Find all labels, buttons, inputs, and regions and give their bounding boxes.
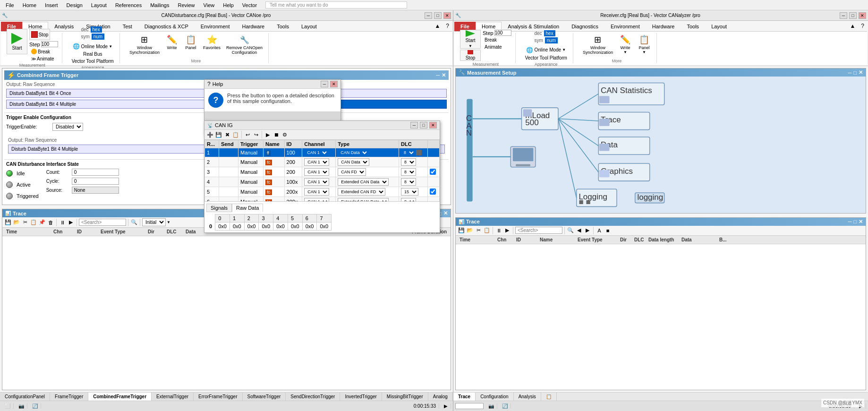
table-row[interactable]: 4Manual f0 100x CAN 1 Extended CAN Data …	[205, 177, 440, 187]
trace-scissors-icon[interactable]: ✂	[21, 219, 29, 226]
disturb-multiple-btn[interactable]: Disturb DataByte1 Bit 4 Multiple	[6, 100, 225, 109]
right-maximize-btn[interactable]: □	[849, 12, 857, 19]
right-vector-tool-btn[interactable]: Vector Tool Platform	[523, 55, 569, 61]
menu-home[interactable]: Home	[19, 1, 40, 9]
status-arrow[interactable]: ▶	[441, 403, 451, 409]
dlc-select-3[interactable]: 8	[401, 168, 416, 176]
right-help-btn[interactable]: ?	[858, 22, 867, 31]
right-break-btn[interactable]: Break	[483, 37, 511, 43]
right-trace-open-icon[interactable]: 📂	[466, 227, 474, 234]
menu-vector[interactable]: Vector	[238, 1, 261, 9]
trace-play-icon[interactable]: ▶	[67, 219, 75, 226]
cft-close-btn[interactable]: ✕	[442, 72, 446, 78]
tab-hardware-left[interactable]: Hardware	[236, 22, 271, 31]
right-tab-tools[interactable]: Tools	[681, 22, 705, 31]
ms-close[interactable]: ✕	[859, 69, 863, 76]
dlc-select-4[interactable]: 8	[401, 178, 416, 186]
right-trace-scissors-icon[interactable]: ✂	[475, 227, 482, 234]
right-trace-play-icon[interactable]: ▶	[503, 227, 511, 234]
right-write-btn[interactable]: ✏️ Write ▼	[617, 33, 634, 56]
row3-check[interactable]	[430, 169, 436, 175]
right-trace-search-input[interactable]	[515, 227, 562, 234]
raw-val-1[interactable]: 0x0	[230, 223, 244, 231]
ms-maximize[interactable]: □	[853, 70, 857, 76]
type-select-4[interactable]: Extended CAN Data	[338, 178, 389, 186]
step-input[interactable]	[41, 41, 58, 47]
tab-missing-bit[interactable]: MissingBitTrigger	[382, 393, 428, 401]
right-close-btn[interactable]: ✕	[859, 12, 866, 19]
right-btab-analysis[interactable]: Analysis	[514, 393, 541, 401]
right-animate-btn[interactable]: Animate	[483, 44, 511, 50]
tab-diagnostics-left[interactable]: Diagnostics & XCP	[138, 22, 195, 31]
stop-button[interactable]: Stop	[29, 29, 50, 40]
tab-combined-frame-trigger[interactable]: CombinedFrameTrigger	[88, 393, 152, 401]
menu-view[interactable]: View	[200, 1, 219, 9]
type-select-5[interactable]: Extended CAN FD	[338, 188, 385, 196]
can-ig-undo-icon[interactable]: ↩	[244, 131, 251, 138]
dlc-select-1[interactable]: 8	[401, 149, 415, 156]
status-icon-2[interactable]: 📷	[16, 403, 27, 409]
write-btn[interactable]: ✏️ Write	[163, 33, 180, 56]
right-trace-save-icon[interactable]: 💾	[458, 227, 465, 234]
trace-filter-icon[interactable]: 🔍	[130, 219, 138, 226]
right-trace-pause-icon[interactable]: ⏸	[495, 227, 502, 234]
right-num-btn[interactable]: num	[545, 37, 558, 43]
animate-btn[interactable]: ≫ Animate	[29, 56, 58, 62]
type-select-2[interactable]: CAN Data	[338, 158, 369, 166]
tab-config-panel[interactable]: ConfigurationPanel	[0, 393, 50, 401]
help-ribbon-btn[interactable]: ?	[443, 22, 452, 31]
trace-copy-icon[interactable]: 📋	[30, 219, 37, 226]
table-row[interactable]: 2Manual f0 200 CAN 1 CAN Data 8	[205, 157, 440, 167]
raw-val-3[interactable]: 0x0	[259, 223, 273, 231]
right-tab-hardware[interactable]: Hardware	[646, 22, 681, 31]
right-tab-layout[interactable]: Layout	[705, 22, 733, 31]
can-ig-play-icon[interactable]: ▶	[264, 131, 272, 138]
online-mode-btn[interactable]: 🌐 Online Mode ▼	[71, 43, 114, 50]
right-step-input[interactable]	[494, 30, 511, 36]
tab-environment-left[interactable]: Environment	[195, 22, 236, 31]
source-input[interactable]	[72, 187, 119, 194]
start-button[interactable]: Start	[7, 29, 27, 54]
right-trace-B-icon[interactable]: ■	[604, 227, 612, 234]
right-btab-config[interactable]: Configuration	[476, 393, 513, 401]
help-popup-close[interactable]: ✕	[330, 81, 338, 87]
trace-save-icon[interactable]: 💾	[4, 219, 12, 226]
menu-layout[interactable]: Layout	[87, 1, 111, 9]
tab-send-direction[interactable]: SendDirectionTrigger	[286, 393, 340, 401]
trace-close[interactable]: ✕	[443, 210, 448, 216]
right-window-sync-btn[interactable]: ⊞ WindowSynchronization	[581, 33, 615, 56]
right-status-input[interactable]	[455, 403, 484, 409]
filter-dropdown-icon[interactable]: ▼	[167, 220, 170, 224]
menu-help[interactable]: Help	[219, 1, 238, 9]
trace-open-icon[interactable]: 📂	[13, 219, 20, 226]
remove-canopen-btn[interactable]: 🔧 Remove CANOpenConfiguration	[224, 33, 264, 56]
real-bus-btn[interactable]: Real Bus	[81, 51, 104, 57]
tab-frame-trigger[interactable]: FrameTrigger	[50, 393, 88, 401]
right-stop-button[interactable]: Stop	[460, 50, 481, 61]
minimize-btn[interactable]: ─	[425, 12, 432, 19]
can-ig-add-icon[interactable]: ➕	[206, 131, 214, 138]
right-tab-diagnostics[interactable]: Diagnostics	[565, 22, 604, 31]
right-start-button[interactable]: Start ▼	[460, 30, 481, 49]
right-trace-max[interactable]: □	[853, 219, 857, 224]
raw-val-2[interactable]: 0x0	[244, 223, 259, 231]
right-hex-btn[interactable]: hex	[544, 30, 555, 36]
status-icon-3[interactable]: 🔄	[29, 403, 41, 409]
num-btn-left[interactable]: num	[92, 34, 104, 40]
tab-layout-left[interactable]: Layout	[295, 22, 323, 31]
can-ig-maximize[interactable]: □	[420, 122, 427, 128]
disturb-once-btn[interactable]: Disturb DataByte1 Bit 4 Once	[6, 89, 225, 98]
favorites-btn[interactable]: ⭐ Favorites	[201, 33, 222, 56]
chan-select-3[interactable]: CAN 1	[304, 168, 329, 176]
menu-file[interactable]: File	[2, 1, 18, 9]
right-trace-min[interactable]: ─	[848, 219, 852, 224]
can-ig-redo-icon[interactable]: ↪	[252, 131, 260, 138]
trace-delete-icon[interactable]: 🗑	[47, 219, 54, 226]
collapse-ribbon-btn[interactable]: ▲	[432, 22, 443, 31]
right-btab-extra[interactable]: 📋	[541, 393, 557, 401]
right-trace-next-icon[interactable]: ▶	[584, 227, 591, 234]
tab-error-frame-trigger[interactable]: ErrorFrameTrigger	[194, 393, 242, 401]
type-select-6[interactable]: Extended CAN Data	[338, 198, 389, 201]
right-btab-trace[interactable]: Trace	[453, 393, 476, 401]
right-trace-close[interactable]: ✕	[859, 219, 863, 225]
